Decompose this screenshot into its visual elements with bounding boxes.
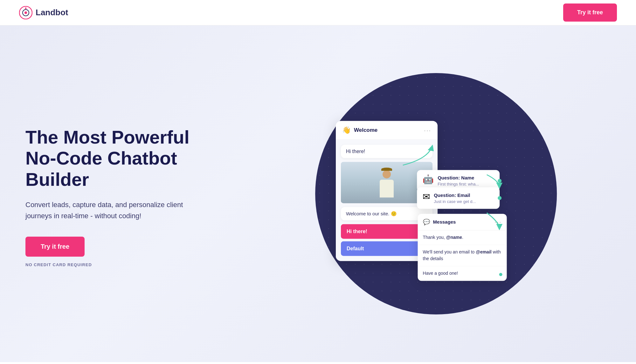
messages-card: 💬 Messages ··· Thank you, @name. We'll s…: [418, 214, 507, 281]
hero-title: The Most Powerful No-Code Chatbot Builde…: [25, 127, 197, 190]
message-1-text: Thank you, @name.: [423, 235, 463, 240]
message-3-dot: [499, 273, 502, 276]
logo-area: Landbot: [19, 6, 68, 19]
person-head: [383, 170, 391, 179]
messages-icon: 💬: [423, 219, 430, 226]
welcome-card-header: 👋 Welcome ···: [336, 121, 438, 140]
hero-section: The Most Powerful No-Code Chatbot Builde…: [0, 25, 636, 362]
question-name-subtitle: First things first: wha...: [438, 182, 479, 186]
header: Landbot Try it free: [0, 0, 636, 25]
message-item-3: Have a good one!: [418, 266, 507, 281]
messages-card-menu-dots[interactable]: ···: [494, 218, 502, 226]
question-email-icon: ✉: [423, 192, 430, 201]
person-silhouette: [377, 170, 396, 202]
question-name-title: Question: Name: [438, 175, 479, 180]
svg-point-2: [24, 11, 27, 14]
message-item-1: Thank you, @name.: [418, 230, 507, 245]
messages-card-header: 💬 Messages ···: [418, 214, 507, 230]
hero-cta-button[interactable]: Try it free: [25, 237, 85, 257]
person-hat: [381, 168, 392, 171]
question-email-card: ✉ Question: Email Just in case we get d.…: [417, 187, 500, 209]
hi-there-bubble: Hi there!: [341, 145, 432, 158]
welcome-card-menu-dots[interactable]: ···: [424, 126, 431, 134]
hero-subtitle: Convert leads, capture data, and persona…: [25, 199, 197, 221]
message-2-text: We'll send you an email to @email with t…: [423, 249, 501, 261]
welcome-card-title: Welcome: [354, 127, 377, 133]
hero-left: The Most Powerful No-Code Chatbot Builde…: [25, 120, 197, 267]
email-connector-dot: [498, 196, 501, 200]
hero-illustration: 👋 Welcome ··· Hi there!: [197, 67, 617, 321]
no-credit-card-label: NO CREDIT CARD REQUIRED: [25, 262, 197, 267]
header-cta-button[interactable]: Try it free: [563, 3, 617, 22]
logo-text: Landbot: [36, 8, 68, 17]
messages-card-title: Messages: [433, 219, 456, 225]
landbot-logo-icon: [19, 6, 32, 19]
question-email-title: Question: Email: [434, 192, 476, 198]
person-body: [380, 180, 394, 198]
question-email-subtitle: Just in case we get d...: [434, 199, 476, 204]
name-connector-dot: [498, 179, 501, 183]
svg-point-3: [25, 7, 27, 9]
message-1-name-highlight: @name: [446, 235, 462, 240]
message-item-2: We'll send you an email to @email with t…: [418, 245, 507, 266]
question-name-emoji: 🤖: [423, 175, 434, 184]
message-3-text: Have a good one!: [423, 271, 458, 276]
wave-emoji: 👋: [342, 126, 351, 134]
message-2-email-highlight: @email: [476, 249, 491, 254]
